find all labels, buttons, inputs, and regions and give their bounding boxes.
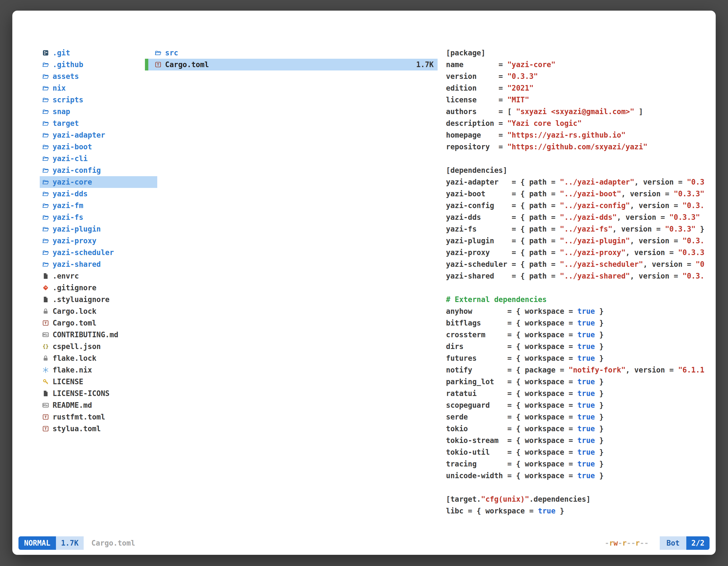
file-row[interactable]: Cargo.toml 1.7K [145,59,438,71]
file-label: rustfmt.toml [53,413,105,421]
file-row[interactable]: yazi-shared [40,259,157,270]
code-token: , version = [626,248,678,257]
file-row[interactable]: scripts [40,94,157,106]
code-token: description = [446,119,507,128]
folder-icon [42,190,49,198]
code-line: anyhow = { workspace = true } [446,305,707,317]
code-token: yazi-boot = { path = [446,190,560,198]
code-token: true [577,460,595,468]
code-token: , version = [630,272,682,280]
code-token: , version = [621,190,674,198]
file-row[interactable]: yazi-dds [40,188,157,200]
file-row[interactable]: README.md [40,399,157,411]
code-line: yazi-shared = { path = "../yazi-shared",… [446,270,707,282]
file-row[interactable]: stylua.toml [40,423,157,434]
code-line: scopeguard = { workspace = true } [446,399,707,411]
file-row[interactable]: .envrc [40,270,157,282]
code-token: } [595,330,603,339]
file-row[interactable]: CONTRIBUTING.md [40,329,157,340]
file-label: yazi-adapter [53,131,105,139]
file-label: scripts [53,96,83,104]
code-token: yazi-dds = { path = [446,213,560,222]
file-row[interactable]: target [40,118,157,129]
code-token: -- [627,539,635,547]
size-chip: 1.7K [56,536,84,550]
file-row[interactable]: yazi-core [40,176,157,188]
code-token: name = [446,60,507,69]
file-label: .github [53,60,83,69]
file-row[interactable]: yazi-adapter [40,129,157,141]
folder-icon [42,120,49,127]
toml-icon [42,319,49,326]
folder-icon [42,85,49,92]
file-row[interactable]: Cargo.toml [40,317,157,329]
file-row[interactable]: flake.lock [40,352,157,364]
code-token: } [595,401,603,409]
file-row[interactable]: assets [40,71,157,82]
code-token: "0.3.3" [507,72,538,81]
file-row[interactable]: Cargo.lock [40,305,157,317]
file-row[interactable]: yazi-scheduler [40,247,157,259]
file-row[interactable]: LICENSE [40,376,157,387]
file-row[interactable]: LICENSE-ICONS [40,387,157,399]
code-token: } [595,413,603,421]
file-row[interactable]: yazi-proxy [40,235,157,247]
code-token: "https://yazi-rs.github.io" [507,131,626,139]
folder-icon [42,61,49,68]
code-token: -- [640,539,649,547]
code-line [446,282,707,293]
code-token: "../yazi-shared" [560,272,630,280]
git-repo-icon [42,49,49,57]
markdown-icon [42,401,49,409]
file-row[interactable]: nix [40,82,157,94]
code-token: r [609,539,614,547]
file-label: src [165,49,178,57]
code-token: r [635,539,640,547]
code-token: [package] [446,49,485,57]
file-row[interactable]: yazi-fs [40,212,157,223]
file-row[interactable]: .github [40,59,157,71]
file-row[interactable]: yazi-cli [40,153,157,165]
code-line: unicode-width = { workspace = true } [446,470,707,481]
code-token: "../yazi-boot" [560,190,621,198]
file-label: .envrc [53,272,79,280]
preview-pane: [package]name = "yazi-core"version = "0.… [446,47,707,520]
code-line: yazi-adapter = { path = "../yazi-adapter… [446,176,707,188]
code-line: name = "yazi-core" [446,59,707,71]
code-token: anyhow = { workspace = [446,307,577,315]
code-line: tokio-stream = { workspace = true } [446,434,707,446]
file-label: yazi-shared [53,260,101,269]
code-token: "notify-fork" [569,366,626,374]
file-row[interactable]: rustfmt.toml [40,411,157,423]
file-row[interactable]: .git [40,47,157,59]
file-row[interactable]: yazi-fm [40,200,157,212]
file-row[interactable]: .gitignore [40,282,157,293]
file-row[interactable]: .styluaignore [40,293,157,305]
code-token: true [577,377,595,386]
code-token: "0.3.3" [674,190,704,198]
file-row[interactable]: src [145,47,438,59]
code-token: "../yazi-config" [560,201,630,210]
file-row[interactable]: {} cspell.json [40,340,157,352]
code-token: r [622,539,627,547]
code-token: , version = [630,201,682,210]
code-line: yazi-proxy = { path = "../yazi-proxy", v… [446,247,707,259]
file-row[interactable]: snap [40,106,157,118]
code-line: version = "0.3.3" [446,71,707,82]
file-row[interactable]: yazi-boot [40,141,157,153]
code-token: bitflags = { workspace = [446,319,577,327]
folder-icon [42,167,49,174]
position-badge: Bot [660,536,686,550]
code-token: true [577,342,595,351]
file-label: Cargo.toml [165,60,209,69]
file-row[interactable]: yazi-config [40,165,157,176]
file-row[interactable]: yazi-plugin [40,223,157,235]
file-row[interactable]: flake.nix [40,364,157,376]
svg-text:{}: {} [43,343,49,349]
status-filename: Cargo.toml [91,539,135,547]
code-line: yazi-dds = { path = "../yazi-dds", versi… [446,212,707,223]
code-token: serde = { workspace = [446,413,577,421]
code-token: "0.3 [687,178,704,186]
code-token: "2021" [507,84,534,92]
code-token: } [595,319,603,327]
